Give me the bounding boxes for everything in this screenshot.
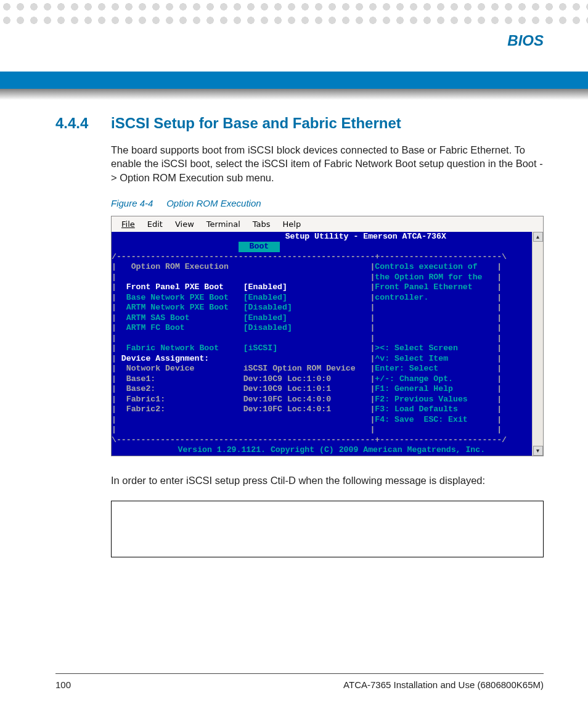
bios-screenshot: File Edit View Terminal Tabs Help Setup … (111, 216, 544, 456)
menu-terminal[interactable]: Terminal (200, 218, 247, 230)
message-box (111, 501, 544, 557)
scroll-up-icon[interactable]: ▴ (533, 232, 543, 242)
page-number: 100 (55, 679, 71, 690)
scroll-down-icon[interactable]: ▾ (533, 446, 543, 456)
menu-help[interactable]: Help (277, 218, 308, 230)
figure-title: Option ROM Execution (166, 198, 261, 208)
paragraph-2: In order to enter iSCSI setup press Ctil… (111, 474, 544, 487)
header-band (0, 30, 588, 69)
terminal-menubar: File Edit View Terminal Tabs Help (112, 216, 543, 232)
section-number: 4.4.4 (55, 115, 94, 132)
figure-caption: Figure 4-4 Option ROM Execution (111, 198, 544, 208)
header-shadow (0, 89, 588, 100)
menu-edit[interactable]: Edit (141, 218, 169, 230)
footer-rule (55, 673, 544, 674)
section-title: iSCSI Setup for Base and Fabric Ethernet (111, 115, 401, 132)
menu-view[interactable]: View (169, 218, 200, 230)
menu-file[interactable]: File (115, 218, 141, 230)
page-content: 4.4.4 iSCSI Setup for Base and Fabric Et… (55, 115, 544, 557)
menu-tabs[interactable]: Tabs (247, 218, 277, 230)
paragraph-1: The board supports boot from iSCSI block… (111, 143, 544, 184)
doc-id: ATCA-7365 Installation and Use (6806800K… (343, 679, 544, 690)
figure-label: Figure 4-4 (111, 198, 164, 208)
bios-terminal: Setup Utility - Emerson ATCA-736X Boot /… (112, 232, 532, 456)
scrollbar[interactable]: ▴ ▾ (532, 232, 543, 456)
chapter-title: BIOS (507, 32, 544, 49)
section-heading: 4.4.4 iSCSI Setup for Base and Fabric Et… (55, 115, 544, 132)
page-footer: 100 ATCA-7365 Installation and Use (6806… (55, 679, 544, 690)
header-blue-bar (0, 72, 588, 89)
